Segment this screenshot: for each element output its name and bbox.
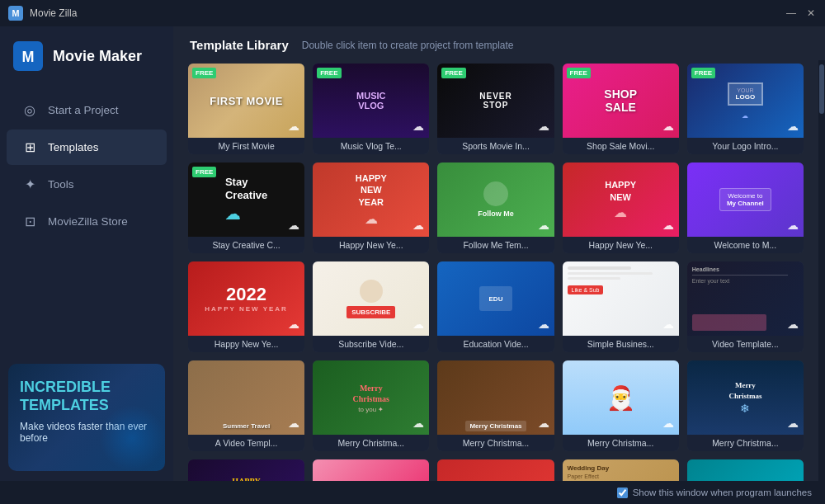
sidebar-item-label: Start a Project (48, 104, 119, 116)
download-icon: ☁ (662, 120, 674, 133)
template-card[interactable]: EDU☁Education Vide... (437, 261, 554, 352)
template-thumbnail: SHOPSALEFREE☁ (563, 64, 679, 138)
content-title: Template Library (190, 38, 289, 52)
content-area: Template Library Double click item to cr… (173, 26, 825, 481)
template-label: Stay Creative C... (188, 237, 304, 253)
sidebar-item-store[interactable]: ⊡ MovieZilla Store (7, 204, 167, 239)
scrollbar-thumb[interactable] (819, 64, 824, 114)
promo-decoration (99, 405, 165, 471)
sidebar-item-templates[interactable]: ⊞ Templates (7, 130, 167, 165)
template-card[interactable]: SHOPSALEFREE☁Shop Sale Movi... (563, 64, 679, 154)
template-card[interactable]: ❤Heart Frame☁A Heart Frame... (437, 459, 554, 481)
template-card[interactable]: Summer Travel☁A Video Templ... (188, 360, 304, 451)
template-card[interactable]: MerryChristmas❄☁Merry Christma... (687, 360, 804, 451)
template-card[interactable]: SUBSCRIBE☁Subscribe Vide... (313, 261, 429, 352)
template-label: Simple Busines... (563, 336, 679, 352)
sidebar-logo: M Movie Maker (0, 26, 173, 87)
titlebar-title: Movie Zilla (30, 7, 785, 19)
promo-banner: INCREDIBLE TEMPLATES Make videos faster … (8, 364, 165, 471)
template-card[interactable]: HAPPYNEWYEAR☁☁Happy New Ye... (313, 163, 429, 253)
template-card[interactable]: TIME TOTRAVELFollow me☁Travel Templat... (687, 459, 804, 481)
show-window-input[interactable] (617, 488, 628, 498)
free-badge: FREE (691, 68, 715, 78)
app-icon: M (8, 6, 23, 21)
free-badge: FREE (192, 68, 216, 78)
template-thumbnail: NEVERSTOPFREE☁ (437, 64, 554, 138)
app-body: M Movie Maker ◎ Start a Project ⊞ Templa… (0, 26, 825, 481)
template-thumbnail: EDU☁ (437, 261, 554, 336)
template-thumbnail: FIRST MOVIE FREE☁ (188, 64, 304, 138)
template-label: Video Template... (687, 336, 804, 352)
template-thumbnail: Follow Me☁ (437, 163, 554, 237)
template-label: Follow Me Tem... (437, 237, 554, 253)
template-thumbnail: YOURLOGO☁FREE☁ (687, 64, 804, 138)
download-icon: ☁ (787, 417, 799, 430)
template-thumbnail: MerryChristmasto you ✦☁ (313, 360, 429, 435)
template-thumbnail: HAPPYX'mas☁☁ (188, 459, 304, 481)
template-card[interactable]: 🎅☁Merry Christma... (563, 360, 679, 451)
free-badge: FREE (192, 167, 216, 177)
template-card[interactable]: MUSICVLOGFREE☁Music Vlog Te... (313, 64, 429, 154)
template-label: Merry Christma... (437, 435, 554, 451)
download-icon: ☁ (412, 318, 424, 331)
promo-title-line1: INCREDIBLE (20, 379, 111, 395)
template-thumbnail: Welcome toMy Channel☁ (687, 163, 804, 237)
template-label: Shop Sale Movi... (563, 138, 679, 154)
template-card[interactable]: Welcome toMy Channel☁Welcome to M... (687, 163, 804, 253)
template-card[interactable]: Wedding DayPaper Effect☁Kraft Paper Effe… (563, 459, 679, 481)
sidebar-item-label: MovieZilla Store (48, 215, 128, 228)
download-icon: ☁ (662, 219, 674, 232)
template-label: A Video Templ... (188, 435, 304, 451)
minimize-button[interactable]: — (785, 7, 797, 19)
content-subtitle: Double click item to create project from… (302, 40, 514, 51)
scrollbar[interactable] (818, 60, 825, 481)
template-thumbnail: Merry Christmas☁ (437, 360, 554, 435)
titlebar: M Movie Zilla — ✕ (0, 0, 825, 26)
templates-icon: ⊞ (21, 139, 38, 155)
download-icon: ☁ (538, 318, 549, 331)
sidebar-item-tools[interactable]: ✦ Tools (7, 167, 167, 202)
svg-text:M: M (22, 49, 35, 65)
template-card[interactable]: YOURLOGO☁FREE☁Your Logo Intro... (687, 64, 804, 154)
download-icon: ☁ (288, 417, 299, 430)
download-icon: ☁ (412, 219, 424, 232)
template-card[interactable]: LOVE☁A Pink Templat... (313, 459, 429, 481)
template-thumbnail: StayCreative☁FREE☁ (188, 163, 304, 237)
promo-title-line2: TEMPLATES (20, 397, 109, 413)
template-thumbnail: LOVE☁ (313, 459, 429, 481)
free-badge: FREE (567, 68, 591, 78)
sidebar: M Movie Maker ◎ Start a Project ⊞ Templa… (0, 26, 173, 481)
template-label: Happy New Ye... (188, 336, 304, 352)
template-thumbnail: Like & Sub☁ (563, 261, 679, 336)
template-card[interactable]: FIRST MOVIE FREE☁My First Movie (188, 64, 304, 154)
template-card[interactable]: HAPPYX'mas☁☁Happy X'mas T... (188, 459, 304, 481)
template-label: Merry Christma... (313, 435, 429, 451)
close-button[interactable]: ✕ (805, 7, 817, 19)
template-card[interactable]: Merry Christmas☁Merry Christma... (437, 360, 554, 451)
free-badge: FREE (317, 68, 341, 78)
download-icon: ☁ (412, 120, 424, 133)
template-label: Education Vide... (437, 336, 554, 352)
content-header: Template Library Double click item to cr… (173, 26, 825, 60)
template-card[interactable]: HAPPYNEW☁☁Happy New Ye... (563, 163, 679, 253)
download-icon: ☁ (538, 120, 549, 133)
start-project-icon: ◎ (21, 102, 38, 118)
template-card[interactable]: NEVERSTOPFREE☁Sports Movie In... (437, 64, 554, 154)
template-label: Merry Christma... (687, 435, 804, 451)
download-icon: ☁ (787, 318, 799, 331)
tools-icon: ✦ (21, 177, 38, 192)
sidebar-item-start-project[interactable]: ◎ Start a Project (7, 92, 167, 128)
template-label: Your Logo Intro... (687, 138, 804, 154)
template-card[interactable]: MerryChristmasto you ✦☁Merry Christma... (313, 360, 429, 451)
template-card[interactable]: Follow Me☁Follow Me Tem... (437, 163, 554, 253)
template-card[interactable]: 2022HAPPY NEW YEAR☁Happy New Ye... (188, 261, 304, 352)
template-thumbnail: Summer Travel☁ (188, 360, 304, 435)
download-icon: ☁ (288, 318, 299, 331)
template-card[interactable]: Like & Sub☁Simple Busines... (563, 261, 679, 352)
titlebar-controls: — ✕ (785, 7, 817, 19)
download-icon: ☁ (662, 417, 674, 430)
template-card[interactable]: StayCreative☁FREE☁Stay Creative C... (188, 163, 304, 253)
template-card[interactable]: HeadlinesEnter your text☁Video Template.… (687, 261, 804, 352)
download-icon: ☁ (787, 120, 799, 133)
show-window-checkbox[interactable]: Show this window when program launches (617, 488, 812, 498)
